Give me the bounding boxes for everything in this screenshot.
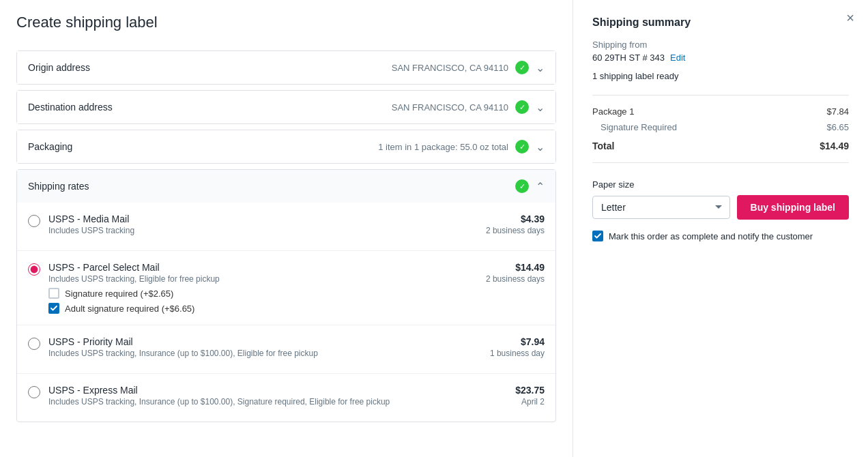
- origin-chevron-icon: ⌄: [536, 61, 545, 74]
- paper-size-label: Paper size: [592, 179, 849, 190]
- destination-check-icon: ✓: [515, 100, 529, 114]
- rate-info-express: USPS - Express Mail Includes USPS tracki…: [48, 385, 390, 411]
- origin-accordion-header[interactable]: Origin address SAN FRANCISCO, CA 94110 ✓…: [17, 51, 555, 84]
- rate-row-media: USPS - Media Mail Includes USPS tracking…: [17, 203, 555, 250]
- paper-size-row: Letter 4" x 6" Buy shipping label: [592, 195, 849, 220]
- rate-right-priority: $7.94 1 business day: [490, 336, 545, 358]
- rate-row-parcel: USPS - Parcel Select Mail Includes USPS …: [17, 250, 555, 325]
- summary-address: 60 29TH ST # 343 Edit: [592, 53, 849, 63]
- rates-chevron-icon: ⌃: [536, 180, 545, 193]
- summary-from-label: Shipping from: [592, 40, 849, 50]
- rate-info-media: USPS - Media Mail Includes USPS tracking: [48, 213, 134, 239]
- rate-left-priority: USPS - Priority Mail Includes USPS track…: [28, 336, 318, 362]
- packaging-check-icon: ✓: [515, 140, 529, 153]
- total-price: $14.49: [820, 141, 849, 151]
- rate-days-express: April 2: [515, 397, 545, 407]
- rate-name-express: USPS - Express Mail: [48, 385, 390, 396]
- packaging-accordion-header[interactable]: Packaging 1 item in 1 package: 55.0 oz t…: [17, 130, 555, 163]
- destination-label: Destination address: [28, 102, 113, 113]
- packaging-label: Packaging: [28, 141, 72, 152]
- packaging-value: 1 item in 1 package: 55.0 oz total: [378, 142, 508, 152]
- paper-size-section: Paper size Letter 4" x 6" Buy shipping l…: [592, 179, 849, 220]
- paper-size-select[interactable]: Letter 4" x 6": [592, 196, 730, 219]
- page-title: Create shipping label: [16, 14, 556, 31]
- rate-row-express: USPS - Express Mail Includes USPS tracki…: [17, 373, 555, 422]
- rate-name-parcel: USPS - Parcel Select Mail: [48, 262, 220, 273]
- destination-value: SAN FRANCISCO, CA 94110: [392, 102, 508, 113]
- summary-total-line: Total $14.49: [592, 141, 849, 151]
- rate-option-adult-signature[interactable]: Adult signature required (+$6.65): [48, 303, 220, 314]
- rate-radio-express[interactable]: [28, 386, 40, 398]
- total-label: Total: [592, 141, 614, 151]
- rate-left-media: USPS - Media Mail Includes USPS tracking: [28, 213, 134, 239]
- rate-days-priority: 1 business day: [490, 349, 545, 358]
- rate-right-media: $4.39 2 business days: [486, 213, 545, 235]
- rate-desc-media: Includes USPS tracking: [48, 226, 134, 235]
- destination-header-right: SAN FRANCISCO, CA 94110 ✓ ⌄: [392, 100, 545, 114]
- signature-price: $6.65: [826, 122, 849, 132]
- packaging-chevron-icon: ⌄: [536, 141, 545, 153]
- rate-radio-media[interactable]: [28, 215, 40, 227]
- packaging-section: Packaging 1 item in 1 package: 55.0 oz t…: [16, 130, 556, 164]
- divider-1: [592, 95, 849, 95]
- origin-value: SAN FRANCISCO, CA 94110: [392, 63, 508, 73]
- rate-desc-priority: Includes USPS tracking, Insurance (up to…: [48, 349, 318, 358]
- origin-check-icon: ✓: [515, 61, 529, 74]
- rate-desc-parcel: Includes USPS tracking, Eligible for fre…: [48, 274, 220, 284]
- signature-checkbox-unchecked[interactable]: [48, 288, 59, 299]
- divider-2: [592, 162, 849, 163]
- rate-info-parcel: USPS - Parcel Select Mail Includes USPS …: [48, 262, 220, 314]
- summary-package1-line: Package 1 $7.84: [592, 106, 849, 117]
- rate-left-express: USPS - Express Mail Includes USPS tracki…: [28, 385, 390, 411]
- close-button[interactable]: ×: [846, 11, 854, 25]
- notify-checkbox[interactable]: [592, 231, 603, 241]
- rate-right-express: $23.75 April 2: [515, 385, 545, 407]
- edit-address-link[interactable]: Edit: [670, 53, 685, 63]
- summary-title: Shipping summary: [592, 16, 849, 29]
- adult-signature-label: Adult signature required (+$6.65): [65, 304, 194, 314]
- summary-signature-line: Signature Required $6.65: [592, 122, 849, 132]
- packaging-header-right: 1 item in 1 package: 55.0 oz total ✓ ⌄: [378, 140, 545, 153]
- adult-signature-checkbox-checked[interactable]: [48, 303, 59, 314]
- signature-label-summary: Signature Required: [601, 122, 677, 132]
- destination-section: Destination address SAN FRANCISCO, CA 94…: [16, 90, 556, 124]
- rate-option-signature[interactable]: Signature required (+$2.65): [48, 288, 220, 299]
- rate-info-priority: USPS - Priority Mail Includes USPS track…: [48, 336, 318, 362]
- rate-radio-priority[interactable]: [28, 338, 40, 350]
- package1-label: Package 1: [592, 106, 634, 117]
- destination-accordion-header[interactable]: Destination address SAN FRANCISCO, CA 94…: [17, 91, 555, 123]
- rate-row-priority: USPS - Priority Mail Includes USPS track…: [17, 325, 555, 373]
- rates-body: USPS - Media Mail Includes USPS tracking…: [17, 203, 555, 422]
- rate-price-media: $4.39: [486, 213, 545, 224]
- origin-label: Origin address: [28, 62, 90, 73]
- rate-price-parcel: $14.49: [486, 262, 545, 273]
- rates-header-right: ✓ ⌃: [515, 179, 545, 193]
- signature-label: Signature required (+$2.65): [65, 289, 173, 299]
- left-panel: Create shipping label Origin address SAN…: [0, 0, 573, 457]
- rate-desc-express: Includes USPS tracking, Insurance (up to…: [48, 397, 390, 407]
- notify-label: Mark this order as complete and notify t…: [609, 231, 813, 241]
- shipping-rates-section: Shipping rates ✓ ⌃ USPS - Media Mail Inc…: [16, 169, 556, 422]
- rates-check-icon: ✓: [515, 179, 529, 193]
- rate-name-priority: USPS - Priority Mail: [48, 336, 318, 347]
- notify-row: Mark this order as complete and notify t…: [592, 231, 849, 241]
- rate-days-parcel: 2 business days: [486, 274, 545, 284]
- rate-price-express: $23.75: [515, 385, 545, 396]
- package1-price: $7.84: [826, 106, 849, 117]
- summary-address-text: 60 29TH ST # 343: [592, 53, 665, 63]
- right-panel: Shipping summary Shipping from 60 29TH S…: [573, 0, 868, 457]
- rate-right-parcel: $14.49 2 business days: [486, 262, 545, 284]
- rate-price-priority: $7.94: [490, 336, 545, 347]
- rate-options-parcel: Signature required (+$2.65) Adult signat…: [48, 288, 220, 314]
- rate-name-media: USPS - Media Mail: [48, 213, 134, 224]
- origin-header-right: SAN FRANCISCO, CA 94110 ✓ ⌄: [392, 61, 545, 74]
- rates-header[interactable]: Shipping rates ✓ ⌃: [17, 170, 555, 203]
- origin-section: Origin address SAN FRANCISCO, CA 94110 ✓…: [16, 50, 556, 85]
- buy-shipping-label-button[interactable]: Buy shipping label: [737, 195, 849, 220]
- rate-radio-parcel[interactable]: [28, 263, 40, 276]
- destination-chevron-icon: ⌄: [536, 101, 545, 114]
- rates-title: Shipping rates: [28, 181, 89, 192]
- label-ready: 1 shipping label ready: [592, 71, 849, 81]
- rate-days-media: 2 business days: [486, 226, 545, 235]
- rate-left-parcel: USPS - Parcel Select Mail Includes USPS …: [28, 262, 220, 314]
